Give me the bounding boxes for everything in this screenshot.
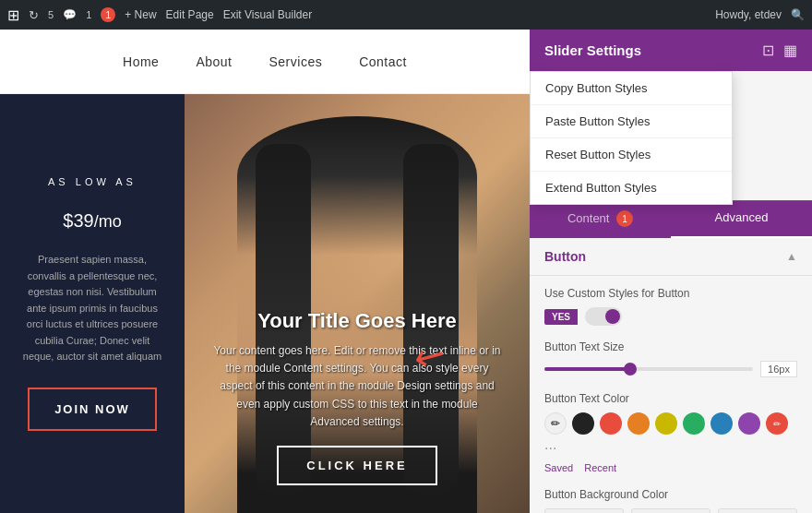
color-swatch-green[interactable] <box>683 412 705 435</box>
settings-body: Use Custom Styles for Button YES Button … <box>530 276 812 513</box>
hero-content-overlay: Your Title Goes Here Your content goes h… <box>185 291 530 513</box>
settings-header: Slider Settings ⊡ ▦ <box>530 30 812 71</box>
button-section-title: Button <box>544 249 586 264</box>
comment-count: 1 <box>86 9 91 20</box>
extend-button-styles-item[interactable]: Extend Button Styles <box>531 172 732 204</box>
bg-color-label: Button Background Color <box>544 488 797 501</box>
button-section-header[interactable]: Button ▲ <box>530 238 812 276</box>
color-saved-link[interactable]: Saved <box>544 462 573 473</box>
edit-page-button[interactable]: Edit Page <box>166 8 214 21</box>
hero-left-panel: AS LOW AS $39/mo Praesent sapien massa, … <box>0 94 185 513</box>
cta-button[interactable]: CLICK HERE <box>277 446 436 485</box>
toggle-wrapper: YES <box>544 307 797 326</box>
color-swatch-yellow[interactable] <box>655 412 677 435</box>
settings-title: Slider Settings <box>544 42 641 58</box>
text-size-value[interactable]: 16px <box>760 361 797 377</box>
settings-panel: Slider Settings ⊡ ▦ Copy Button Styles P… <box>530 30 812 513</box>
site-preview: Home About Services Contact AS LOW AS $3… <box>0 30 530 513</box>
text-size-label: Button Text Size <box>544 340 797 353</box>
tab-advanced[interactable]: Advanced <box>671 201 812 238</box>
loop-count: 5 <box>48 9 54 20</box>
hero-section: AS LOW AS $39/mo Praesent sapien massa, … <box>0 94 530 513</box>
search-icon[interactable]: 🔍 <box>791 8 805 21</box>
hero-price: $39/mo <box>63 195 121 233</box>
color-swatch-orange[interactable] <box>627 412 650 435</box>
nav-services[interactable]: Services <box>269 54 323 69</box>
bg-image-option[interactable]: ▣ <box>718 508 797 513</box>
section-collapse-arrow[interactable]: ▲ <box>786 250 797 263</box>
reset-button-styles-item[interactable]: Reset Button Styles <box>531 138 732 172</box>
site-nav: Home About Services Contact <box>0 30 530 94</box>
text-color-field: Button Text Color ✏ ✏ ··· Sa <box>544 392 797 473</box>
slider-thumb[interactable] <box>624 363 637 376</box>
toggle-track[interactable] <box>585 307 622 326</box>
color-picker-icon[interactable]: ✏ <box>544 412 567 435</box>
hero-description: Praesent sapien massa, convallis a pelle… <box>18 252 166 365</box>
content-tab-badge: 1 <box>616 210 633 227</box>
color-more-icon[interactable]: ··· <box>544 440 556 457</box>
text-size-field: Button Text Size 16px <box>544 340 797 377</box>
color-swatch-blue[interactable] <box>710 412 733 435</box>
hero-overlay-text: Your content goes here. Edit or remove t… <box>212 342 502 431</box>
context-menu: Copy Button Styles Paste Button Styles R… <box>530 71 733 205</box>
exit-builder-button[interactable]: Exit Visual Builder <box>223 8 313 21</box>
nav-home[interactable]: Home <box>123 54 159 69</box>
fullscreen-icon[interactable]: ⊡ <box>762 42 774 59</box>
tab-content[interactable]: Content 1 <box>530 201 671 238</box>
new-button[interactable]: + New <box>125 8 156 21</box>
comment-icon: 💬 <box>63 8 77 21</box>
admin-bar: ⊞ ↻ 5 💬 1 1 + New Edit Page Exit Visual … <box>0 0 812 30</box>
nav-contact[interactable]: Contact <box>359 54 407 69</box>
nav-about[interactable]: About <box>196 54 232 69</box>
wp-icon[interactable]: ⊞ <box>7 6 19 24</box>
custom-styles-label: Use Custom Styles for Button <box>544 287 797 300</box>
hero-overlay-title: Your Title Goes Here <box>212 309 502 333</box>
slider-row: 16px <box>544 361 797 377</box>
hero-tagline: AS LOW AS <box>48 176 137 187</box>
color-swatch-black[interactable] <box>572 412 594 435</box>
join-now-button[interactable]: JOIN NOW <box>28 388 157 431</box>
color-swatches: ✏ ✏ ··· <box>544 412 797 457</box>
bg-color-field: Button Background Color ⊕ ▦ ▣ <box>544 488 797 513</box>
custom-styles-field: Use Custom Styles for Button YES <box>544 287 797 326</box>
slider-fill <box>544 367 627 371</box>
color-meta: Saved Recent <box>544 462 797 473</box>
text-size-slider[interactable] <box>544 367 753 371</box>
text-color-label: Button Text Color <box>544 392 797 405</box>
bg-gradient-option[interactable]: ⊕ <box>544 508 624 513</box>
bg-pattern-option[interactable]: ▦ <box>631 508 710 513</box>
settings-header-icons: ⊡ ▦ <box>762 42 797 59</box>
color-swatch-purple[interactable] <box>738 412 760 435</box>
grid-icon[interactable]: ▦ <box>783 42 797 59</box>
toggle-thumb <box>605 309 620 324</box>
bg-color-options: ⊕ ▦ ▣ <box>544 508 797 513</box>
updates-count: 1 <box>101 7 115 22</box>
hero-main-image: ↙ Your Title Goes Here Your content goes… <box>185 94 530 513</box>
color-swatch-red[interactable] <box>600 412 622 435</box>
howdy-label: Howdy, etdev <box>715 8 782 21</box>
settings-tabs: Content 1 Advanced <box>530 200 812 238</box>
copy-button-styles-item[interactable]: Copy Button Styles <box>531 72 732 105</box>
paste-button-styles-item[interactable]: Paste Button Styles <box>531 105 732 138</box>
settings-content[interactable]: Button ▲ Use Custom Styles for Button YE… <box>530 238 812 513</box>
color-swatch-edit[interactable]: ✏ <box>766 412 788 435</box>
toggle-yes-label: YES <box>544 309 578 325</box>
loop-icon: ↻ <box>29 8 39 22</box>
color-recent-link[interactable]: Recent <box>584 462 616 473</box>
